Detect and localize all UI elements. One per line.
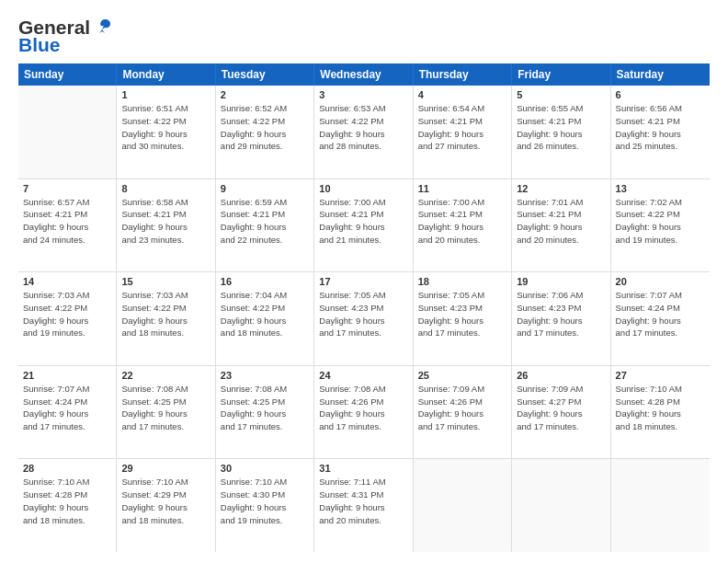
day-info: Sunrise: 7:06 AM Sunset: 4:23 PM Dayligh… — [517, 289, 605, 339]
day-number: 13 — [616, 183, 705, 194]
day-info: Sunrise: 7:07 AM Sunset: 4:24 PM Dayligh… — [23, 383, 111, 433]
day-info: Sunrise: 6:57 AM Sunset: 4:21 PM Dayligh… — [23, 196, 111, 247]
day-info: Sunrise: 7:05 AM Sunset: 4:23 PM Dayligh… — [319, 289, 407, 339]
cal-cell: 17Sunrise: 7:05 AM Sunset: 4:23 PM Dayli… — [314, 272, 413, 365]
cal-cell: 4Sunrise: 6:54 AM Sunset: 4:21 PM Daylig… — [414, 86, 512, 178]
day-info: Sunrise: 6:56 AM Sunset: 4:21 PM Dayligh… — [616, 102, 705, 153]
cal-header-cell-sunday: Sunday — [18, 63, 117, 86]
page: General Blue SundayMondayTuesdayWednesda… — [0, 0, 728, 563]
cal-cell: 31Sunrise: 7:11 AM Sunset: 4:31 PM Dayli… — [314, 459, 413, 552]
day-number: 27 — [616, 370, 705, 381]
day-number: 23 — [221, 370, 309, 381]
day-number: 24 — [319, 370, 407, 381]
day-info: Sunrise: 7:08 AM Sunset: 4:25 PM Dayligh… — [221, 383, 309, 433]
cal-cell: 5Sunrise: 6:55 AM Sunset: 4:21 PM Daylig… — [512, 86, 610, 178]
cal-header-cell-monday: Monday — [117, 63, 215, 86]
day-info: Sunrise: 7:01 AM Sunset: 4:21 PM Dayligh… — [517, 196, 605, 247]
cal-cell: 12Sunrise: 7:01 AM Sunset: 4:21 PM Dayli… — [512, 179, 610, 272]
cal-cell: 7Sunrise: 6:57 AM Sunset: 4:21 PM Daylig… — [18, 179, 117, 272]
day-number: 18 — [418, 276, 506, 287]
day-info: Sunrise: 6:51 AM Sunset: 4:22 PM Dayligh… — [121, 102, 210, 153]
day-info: Sunrise: 7:03 AM Sunset: 4:22 PM Dayligh… — [23, 289, 111, 339]
cal-header-cell-tuesday: Tuesday — [216, 63, 314, 86]
day-number: 1 — [121, 89, 210, 100]
header: General Blue — [18, 17, 710, 54]
day-number: 4 — [418, 89, 506, 100]
day-number: 8 — [121, 183, 210, 194]
day-number: 30 — [221, 463, 309, 474]
day-info: Sunrise: 7:03 AM Sunset: 4:22 PM Dayligh… — [121, 289, 210, 339]
day-number: 26 — [517, 370, 605, 381]
day-info: Sunrise: 7:10 AM Sunset: 4:28 PM Dayligh… — [616, 383, 705, 433]
day-info: Sunrise: 6:55 AM Sunset: 4:21 PM Dayligh… — [517, 102, 605, 153]
cal-header-cell-saturday: Saturday — [611, 63, 710, 86]
cal-cell: 2Sunrise: 6:52 AM Sunset: 4:22 PM Daylig… — [216, 86, 314, 178]
day-info: Sunrise: 6:52 AM Sunset: 4:22 PM Dayligh… — [221, 102, 309, 153]
cal-cell: 26Sunrise: 7:09 AM Sunset: 4:27 PM Dayli… — [512, 366, 610, 459]
calendar: SundayMondayTuesdayWednesdayThursdayFrid… — [18, 63, 710, 552]
cal-cell: 15Sunrise: 7:03 AM Sunset: 4:22 PM Dayli… — [117, 272, 215, 365]
cal-week-0: 1Sunrise: 6:51 AM Sunset: 4:22 PM Daylig… — [18, 86, 710, 179]
cal-header-cell-wednesday: Wednesday — [314, 63, 413, 86]
day-info: Sunrise: 7:05 AM Sunset: 4:23 PM Dayligh… — [418, 289, 506, 339]
cal-cell: 8Sunrise: 6:58 AM Sunset: 4:21 PM Daylig… — [117, 179, 215, 272]
cal-week-1: 7Sunrise: 6:57 AM Sunset: 4:21 PM Daylig… — [18, 179, 710, 273]
day-number: 5 — [517, 89, 605, 100]
cal-cell: 16Sunrise: 7:04 AM Sunset: 4:22 PM Dayli… — [216, 272, 314, 365]
cal-cell: 18Sunrise: 7:05 AM Sunset: 4:23 PM Dayli… — [414, 272, 512, 365]
day-number: 15 — [121, 276, 210, 287]
cal-cell: 6Sunrise: 6:56 AM Sunset: 4:21 PM Daylig… — [611, 86, 710, 178]
cal-cell: 9Sunrise: 6:59 AM Sunset: 4:21 PM Daylig… — [216, 179, 314, 272]
calendar-body: 1Sunrise: 6:51 AM Sunset: 4:22 PM Daylig… — [18, 86, 710, 552]
logo: General Blue — [18, 17, 112, 54]
day-number: 3 — [319, 89, 407, 100]
day-number: 21 — [23, 370, 111, 381]
calendar-header: SundayMondayTuesdayWednesdayThursdayFrid… — [18, 63, 710, 86]
cal-cell: 11Sunrise: 7:00 AM Sunset: 4:21 PM Dayli… — [414, 179, 512, 272]
cal-cell: 24Sunrise: 7:08 AM Sunset: 4:26 PM Dayli… — [314, 366, 413, 459]
day-info: Sunrise: 6:59 AM Sunset: 4:21 PM Dayligh… — [221, 196, 309, 247]
day-info: Sunrise: 7:08 AM Sunset: 4:25 PM Dayligh… — [121, 383, 210, 433]
cal-cell: 13Sunrise: 7:02 AM Sunset: 4:22 PM Dayli… — [611, 179, 710, 272]
day-number: 20 — [616, 276, 705, 287]
day-number: 31 — [319, 463, 407, 474]
day-info: Sunrise: 7:00 AM Sunset: 4:21 PM Dayligh… — [319, 196, 407, 247]
cal-cell: 27Sunrise: 7:10 AM Sunset: 4:28 PM Dayli… — [611, 366, 710, 459]
day-number: 14 — [23, 276, 111, 287]
cal-cell: 25Sunrise: 7:09 AM Sunset: 4:26 PM Dayli… — [414, 366, 512, 459]
day-number: 17 — [319, 276, 407, 287]
day-info: Sunrise: 6:58 AM Sunset: 4:21 PM Dayligh… — [121, 196, 210, 247]
cal-cell: 20Sunrise: 7:07 AM Sunset: 4:24 PM Dayli… — [611, 272, 710, 365]
day-info: Sunrise: 7:11 AM Sunset: 4:31 PM Dayligh… — [319, 476, 407, 526]
day-info: Sunrise: 7:08 AM Sunset: 4:26 PM Dayligh… — [319, 383, 407, 433]
day-number: 6 — [616, 89, 705, 100]
day-info: Sunrise: 7:10 AM Sunset: 4:28 PM Dayligh… — [23, 476, 111, 526]
day-number: 7 — [23, 183, 111, 194]
cal-week-4: 28Sunrise: 7:10 AM Sunset: 4:28 PM Dayli… — [18, 459, 710, 552]
day-number: 22 — [121, 370, 210, 381]
cal-cell: 19Sunrise: 7:06 AM Sunset: 4:23 PM Dayli… — [512, 272, 610, 365]
day-number: 16 — [221, 276, 309, 287]
cal-header-cell-thursday: Thursday — [414, 63, 512, 86]
cal-cell: 3Sunrise: 6:53 AM Sunset: 4:22 PM Daylig… — [314, 86, 413, 178]
day-info: Sunrise: 7:04 AM Sunset: 4:22 PM Dayligh… — [221, 289, 309, 339]
day-number: 11 — [418, 183, 506, 194]
day-number: 19 — [517, 276, 605, 287]
logo-blue-text: Blue — [18, 35, 61, 54]
cal-week-2: 14Sunrise: 7:03 AM Sunset: 4:22 PM Dayli… — [18, 272, 710, 366]
cal-cell: 30Sunrise: 7:10 AM Sunset: 4:30 PM Dayli… — [216, 459, 314, 552]
day-number: 10 — [319, 183, 407, 194]
cal-cell: 10Sunrise: 7:00 AM Sunset: 4:21 PM Dayli… — [314, 179, 413, 272]
day-info: Sunrise: 7:07 AM Sunset: 4:24 PM Dayligh… — [616, 289, 705, 339]
day-number: 12 — [517, 183, 605, 194]
cal-cell: 23Sunrise: 7:08 AM Sunset: 4:25 PM Dayli… — [216, 366, 314, 459]
day-info: Sunrise: 7:09 AM Sunset: 4:27 PM Dayligh… — [517, 383, 605, 433]
day-number: 2 — [221, 89, 309, 100]
day-info: Sunrise: 7:10 AM Sunset: 4:30 PM Dayligh… — [221, 476, 309, 526]
cal-cell — [414, 459, 512, 552]
cal-cell: 1Sunrise: 6:51 AM Sunset: 4:22 PM Daylig… — [117, 86, 215, 178]
day-info: Sunrise: 7:10 AM Sunset: 4:29 PM Dayligh… — [121, 476, 210, 526]
cal-cell: 21Sunrise: 7:07 AM Sunset: 4:24 PM Dayli… — [18, 366, 117, 459]
logo-bird-icon — [92, 17, 112, 37]
day-number: 28 — [23, 463, 111, 474]
